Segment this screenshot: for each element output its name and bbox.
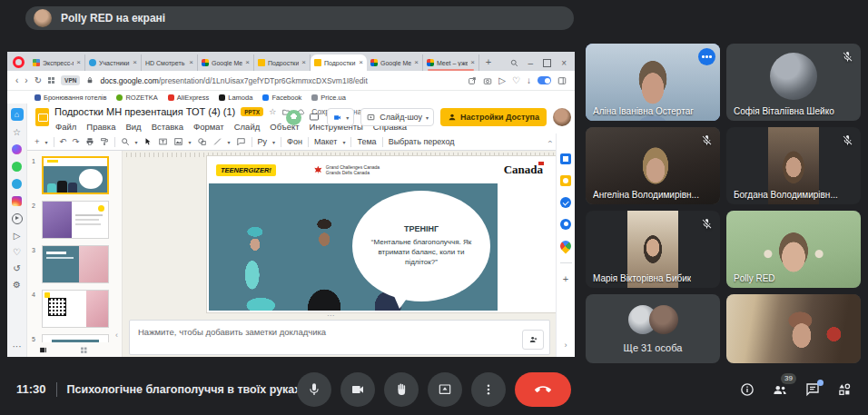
tab-meet-media[interactable]: Meet – уже...×: [423, 54, 479, 71]
present-button[interactable]: [428, 372, 462, 407]
slides-app-icon[interactable]: [35, 108, 49, 126]
instagram-icon[interactable]: [12, 196, 22, 206]
text-box-icon[interactable]: [158, 137, 168, 146]
tab-close-icon[interactable]: ×: [189, 59, 193, 66]
tab-close-icon[interactable]: ×: [76, 59, 81, 66]
select-cursor-icon[interactable]: [143, 137, 153, 146]
notes-placeholder[interactable]: Нажмите, чтобы добавить заметки докладчи…: [138, 327, 326, 337]
tab-close-icon[interactable]: ×: [301, 59, 306, 66]
restore-button[interactable]: [543, 59, 551, 67]
bookmark-heart-icon[interactable]: ♡: [512, 75, 520, 85]
dropdown-icon[interactable]: ▾: [342, 139, 345, 145]
tile-options-button[interactable]: [698, 48, 715, 65]
slideshow-button[interactable]: Слайд-шоу ▾: [360, 108, 434, 126]
format-tool[interactable]: Рy: [258, 137, 268, 146]
add-speaker-button[interactable]: [522, 330, 544, 350]
url-text[interactable]: docs.google.com/presentation/d/1LnUisax7…: [100, 76, 461, 85]
participant-tile-polly[interactable]: Polly RED: [726, 211, 861, 288]
tab-search-icon[interactable]: [510, 59, 518, 67]
menu-insert[interactable]: Вставка: [152, 122, 183, 132]
undo-icon[interactable]: ↶: [60, 137, 67, 146]
add-addon-icon[interactable]: +: [563, 274, 568, 284]
dropdown-icon[interactable]: ▾: [272, 139, 275, 145]
dropdown-icon[interactable]: ▾: [426, 114, 429, 121]
grid-view-icon[interactable]: [79, 346, 89, 354]
menu-file[interactable]: Файл: [55, 122, 76, 132]
tab-close-icon[interactable]: ×: [470, 59, 475, 66]
bookmark-booking[interactable]: Бронювання готелів: [35, 94, 106, 102]
redo-icon[interactable]: ↷: [73, 137, 80, 146]
new-slide-button[interactable]: +: [35, 137, 40, 146]
chat-button[interactable]: [804, 381, 821, 398]
messenger-icon[interactable]: [12, 144, 22, 154]
menu-view[interactable]: Вид: [125, 122, 141, 132]
flow-send-icon[interactable]: ▷: [14, 232, 21, 241]
whatsapp-icon[interactable]: [12, 162, 22, 172]
minimize-button[interactable]: –: [528, 58, 534, 68]
new-tab-button[interactable]: +: [481, 54, 496, 69]
favorites-heart-icon[interactable]: ♡: [13, 248, 21, 257]
tab-close-icon[interactable]: ×: [133, 59, 137, 66]
dropdown-icon[interactable]: ▾: [189, 139, 192, 145]
bookmarks-star-icon[interactable]: ☆: [13, 128, 21, 137]
theme-button[interactable]: Тема: [357, 137, 376, 146]
present-to-meeting-button[interactable]: ▾: [327, 108, 354, 126]
mic-button[interactable]: [297, 372, 331, 407]
star-doc-icon[interactable]: ☆: [269, 107, 276, 116]
tab-close-icon[interactable]: ×: [359, 59, 363, 66]
slide-canvas[interactable]: TEENERGIZER! Grand Challenges CanadaGran…: [207, 156, 556, 312]
bookmark-rozetka[interactable]: ROZETKA: [116, 94, 157, 102]
comments-history-icon[interactable]: [308, 112, 321, 123]
tab-google-meet-1[interactable]: Google Meet×: [198, 54, 254, 71]
history-icon[interactable]: ↺: [13, 264, 20, 273]
doc-title[interactable]: Подростки МН презентация ТОТ (4) (1): [54, 106, 235, 117]
filmstrip-view-icon[interactable]: [38, 346, 48, 354]
collapse-menus-icon[interactable]: ‹: [546, 141, 555, 143]
account-avatar[interactable]: [553, 108, 571, 126]
insert-line-icon[interactable]: [212, 137, 222, 146]
print-icon[interactable]: [85, 137, 94, 146]
calendar-icon[interactable]: [560, 153, 571, 164]
keep-icon[interactable]: [560, 175, 571, 186]
tab-express[interactable]: Экспресс-па...×: [29, 54, 85, 71]
participant-tile-sofia[interactable]: Софія Віталіївна Шейко: [726, 44, 861, 121]
slide-thumbnail-1[interactable]: [42, 156, 109, 194]
sidebar-more-icon[interactable]: ···: [13, 342, 22, 351]
participant-tile-angelina[interactable]: Ангеліна Володимирівн...: [586, 127, 720, 204]
forward-icon[interactable]: ›: [25, 75, 27, 85]
player-icon[interactable]: [12, 213, 23, 224]
close-button[interactable]: ×: [561, 58, 567, 68]
tab-google-meet-2[interactable]: Google Meet×: [367, 54, 423, 71]
bookmark-lamoda[interactable]: Lamoda: [219, 94, 252, 102]
tasks-icon[interactable]: [560, 197, 571, 208]
layout-button[interactable]: Макет: [314, 137, 337, 146]
more-options-button[interactable]: [471, 372, 506, 407]
tab-hd-video[interactable]: HD Смотреть фи...×: [142, 54, 198, 71]
share-access-button[interactable]: Настройки Доступа: [440, 108, 547, 126]
insert-shape-icon[interactable]: [197, 137, 207, 146]
background-button[interactable]: Фон: [287, 137, 302, 146]
share-page-icon[interactable]: [468, 76, 477, 85]
zoom-icon[interactable]: [121, 137, 130, 146]
participants-button[interactable]: 39: [771, 381, 789, 398]
tab-close-icon[interactable]: ×: [245, 59, 250, 66]
activities-button[interactable]: [836, 381, 853, 398]
downloads-icon[interactable]: ↓: [527, 75, 531, 85]
back-icon[interactable]: ‹: [15, 75, 18, 85]
dropdown-icon[interactable]: ▾: [135, 139, 138, 145]
bookmark-facebook[interactable]: Facebook: [262, 94, 301, 102]
flow-icon[interactable]: ▷: [498, 75, 506, 85]
maps-icon[interactable]: [558, 239, 574, 254]
more-participants-tile[interactable]: Ще 31 особа: [586, 294, 720, 363]
telegram-icon[interactable]: [12, 179, 22, 189]
participant-tile-unnamed[interactable]: [726, 294, 861, 363]
camera-button[interactable]: [340, 372, 375, 407]
snapshot-icon[interactable]: [483, 76, 492, 85]
menu-slide[interactable]: Слайд: [234, 122, 261, 132]
collapse-panel-icon[interactable]: ›: [565, 341, 567, 350]
participant-tile-bogdana[interactable]: Богдана Володимирівн...: [726, 127, 861, 204]
slide-thumbnail-4[interactable]: [42, 290, 109, 328]
notes-drag-handle[interactable]: ⋯: [327, 311, 335, 320]
dropdown-icon[interactable]: ▾: [228, 139, 231, 145]
participant-tile-maria[interactable]: Марія Вікторівна Бибик: [586, 211, 720, 288]
